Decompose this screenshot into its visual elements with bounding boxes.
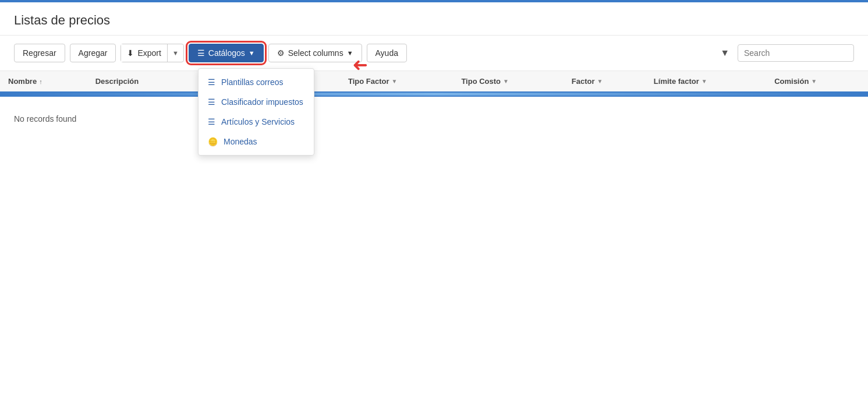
select-columns-button[interactable]: ⚙ Select columns ▼ xyxy=(268,44,362,62)
search-box xyxy=(738,44,854,62)
filter-arrow-tipo-factor: ▼ xyxy=(392,78,398,84)
list-icon-clasificador: ☰ xyxy=(208,97,215,107)
gear-icon: ⚙ xyxy=(277,48,285,58)
col-factor[interactable]: Factor ▼ xyxy=(564,71,646,92)
loading-row xyxy=(0,92,868,96)
filter-arrow-tipo-costo: ▼ xyxy=(503,78,509,84)
table-container: Nombre ↑ Descripción Forma de cálculo ▼ xyxy=(0,71,868,141)
list-icon-plantillas: ☰ xyxy=(208,77,215,87)
agregar-button[interactable]: Agregar xyxy=(70,44,116,62)
col-tipo-costo[interactable]: Tipo Costo ▼ xyxy=(453,71,563,92)
filter-icon[interactable]: ▼ xyxy=(720,48,729,58)
page-header: Listas de precios xyxy=(0,2,868,36)
download-icon: ⬇ xyxy=(127,48,134,58)
regresar-button[interactable]: Regresar xyxy=(14,44,65,62)
no-records-message: No records found xyxy=(0,96,868,141)
dropdown-item-articulos[interactable]: ☰ Artículos y Servicios xyxy=(199,112,314,132)
loading-bar xyxy=(0,93,868,96)
annotation-arrow: ➜ xyxy=(352,54,368,76)
export-split-button: ⬇ Export ▼ xyxy=(121,44,183,62)
no-records-row: No records found xyxy=(0,96,868,141)
export-main[interactable]: ⬇ Export xyxy=(121,44,167,62)
col-comision[interactable]: Comisión ▼ xyxy=(766,71,868,92)
dropdown-item-clasificador[interactable]: ☰ Clasificador impuestos xyxy=(199,92,314,112)
dropdown-item-monedas[interactable]: 🪙 Monedas xyxy=(199,132,314,151)
col-descripcion[interactable]: Descripción xyxy=(87,71,190,92)
coins-icon-monedas: 🪙 xyxy=(208,137,218,146)
filter-arrow-factor: ▼ xyxy=(597,78,603,84)
table-header-row: Nombre ↑ Descripción Forma de cálculo ▼ xyxy=(0,71,868,92)
search-input[interactable] xyxy=(744,48,837,58)
filter-arrow-comision: ▼ xyxy=(811,78,817,84)
catalogos-dropdown-menu: ☰ Plantillas correos ☰ Clasificador impu… xyxy=(198,68,314,156)
data-table: Nombre ↑ Descripción Forma de cálculo ▼ xyxy=(0,71,868,141)
toolbar: Regresar Agregar ⬇ Export ▼ ☰ Catálogos … xyxy=(0,36,868,71)
col-limite-factor[interactable]: Límite factor ▼ xyxy=(646,71,766,92)
ayuda-button[interactable]: Ayuda xyxy=(367,44,407,62)
dropdown-item-plantillas[interactable]: ☰ Plantillas correos xyxy=(199,72,314,92)
catalogos-button[interactable]: ☰ Catálogos ▼ xyxy=(189,44,264,62)
export-arrow[interactable]: ▼ xyxy=(168,45,183,61)
col-nombre[interactable]: Nombre ↑ xyxy=(0,71,87,92)
page-title: Listas de precios xyxy=(14,13,854,28)
list-icon-articulos: ☰ xyxy=(208,117,215,126)
catalogos-dropdown-arrow: ▼ xyxy=(249,50,255,57)
filter-arrow-limite-factor: ▼ xyxy=(702,78,707,84)
sort-arrow-nombre: ↑ xyxy=(39,78,42,85)
page-container: Listas de precios Regresar Agregar ⬇ Exp… xyxy=(0,2,868,409)
list-icon: ☰ xyxy=(197,48,205,58)
